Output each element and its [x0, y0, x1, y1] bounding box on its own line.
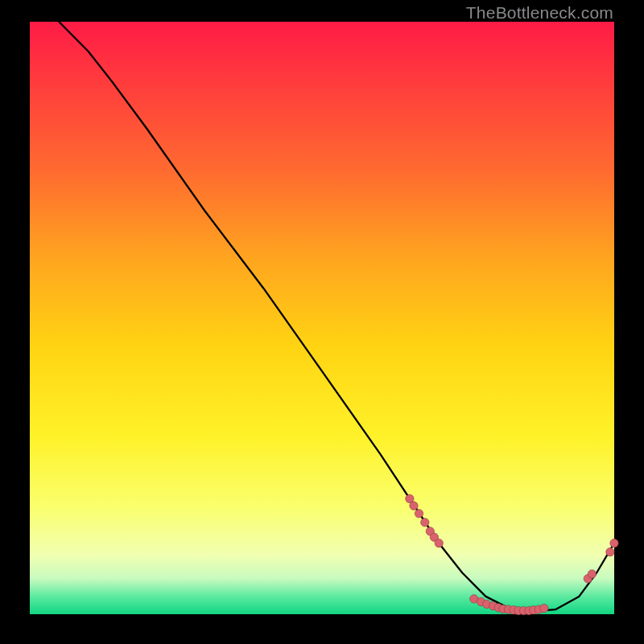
- data-point: [421, 518, 429, 526]
- chart-overlay: [30, 22, 614, 614]
- data-point: [610, 539, 618, 547]
- data-point: [415, 510, 423, 518]
- data-point: [540, 604, 548, 612]
- data-point: [606, 548, 614, 556]
- chart-stage: TheBottleneck.com: [0, 0, 644, 644]
- data-point: [410, 502, 418, 510]
- data-point: [435, 539, 443, 547]
- marker-group: [406, 494, 619, 615]
- data-point: [588, 570, 596, 578]
- watermark-text: TheBottleneck.com: [466, 3, 613, 23]
- plot-area: [30, 22, 614, 614]
- bottleneck-curve: [59, 22, 614, 611]
